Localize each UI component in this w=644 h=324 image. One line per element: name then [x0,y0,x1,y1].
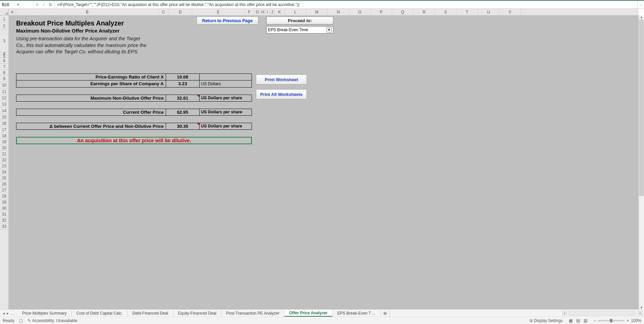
column-header[interactable]: A [9,9,16,15]
tab-more-icon[interactable]: … [11,311,15,316]
row-header[interactable]: 3 [0,30,8,52]
value-pe[interactable]: 10.08 [166,73,200,80]
zoom-slider[interactable] [598,320,625,321]
row-header[interactable]: 28 [0,193,8,199]
sheet-tab[interactable]: Post-Transaction PE Analyzer [221,310,284,317]
row-header[interactable]: 6 [0,58,8,64]
row-header[interactable]: 20 [0,145,8,151]
vertical-scrollbar[interactable]: ▲ ▼ [639,15,644,309]
column-header[interactable]: Q [392,9,414,15]
row-header[interactable]: 27 [0,187,8,193]
sheet-tab[interactable]: Cost of Debt Capital Calc. [72,310,128,317]
print-all-button[interactable]: Print All Worksheets [256,89,307,99]
cells-area[interactable]: Breakout Price Multiples Analyzer Maximu… [9,15,639,309]
row-header[interactable]: 26 [0,181,8,187]
column-header[interactable]: H [261,9,265,15]
row-header[interactable]: 7 [0,64,8,70]
row-header[interactable]: 13 [0,101,8,107]
value-eps[interactable]: 3.23 [166,80,200,88]
scroll-down-icon[interactable]: ▼ [640,306,643,309]
row-header[interactable]: 10 [0,82,8,89]
column-header[interactable]: S [435,9,457,15]
scroll-track[interactable] [569,311,636,316]
formula-expand-icon[interactable]: ⌄ [637,1,644,8]
scroll-left-icon[interactable]: ◂ [562,311,567,316]
return-button[interactable]: Return to Previous Page [197,16,258,24]
row-header[interactable]: 8 [0,70,8,76]
column-header[interactable]: E [192,9,245,15]
row-header[interactable]: 2 [0,23,8,30]
chevron-down-icon[interactable]: ▼ [17,3,32,6]
row-header[interactable]: 29 [0,199,8,205]
column-header[interactable]: N [328,9,349,15]
column-header[interactable]: V [499,9,521,15]
column-header[interactable]: C [159,9,169,15]
zoom-level[interactable]: 100% [631,318,641,323]
row-header[interactable]: 23 [0,163,8,169]
print-worksheet-button[interactable]: Print Worksheet [256,74,307,85]
formula-input[interactable]: =IF(Price_Target="","",IF(D12>D10,"An ac… [54,1,637,8]
row-header[interactable]: 1 [0,15,8,23]
name-box[interactable]: B16 ▼ [0,1,34,8]
row-header[interactable]: 31 [0,211,8,217]
column-header[interactable]: P [371,9,392,15]
row-header[interactable]: 19 [0,139,8,145]
row-header[interactable]: 30 [0,205,8,211]
row-header[interactable]: 5 [0,55,8,58]
view-page-layout-icon[interactable]: ▤ [575,318,581,323]
row-header[interactable]: 18 [0,133,8,139]
accessibility-status[interactable]: ✎Accessibility: Unavailable [28,318,77,323]
zoom-in-icon[interactable]: + [627,318,629,323]
display-settings[interactable]: ⧉Display Settings [530,318,563,323]
row-header[interactable]: 14 [0,107,8,114]
scroll-up-icon[interactable]: ▲ [640,15,643,19]
column-header[interactable]: T [457,9,478,15]
sheet-tab[interactable]: Equity-Financed Deal [173,310,222,317]
row-header[interactable]: 17 [0,127,8,133]
row-header[interactable]: 25 [0,175,8,181]
row-header[interactable]: 16 [0,120,8,127]
sheet-tab[interactable]: Price Multiples Summary [17,310,72,317]
column-header[interactable]: K [275,9,285,15]
horizontal-scrollbar[interactable]: ◂ ▸ [392,311,644,316]
scroll-thumb[interactable] [639,19,644,196]
value-max[interactable]: 32.61 [166,95,200,102]
column-header[interactable]: M [306,9,328,15]
row-header[interactable]: 11 [0,89,8,95]
tab-prev-icon[interactable]: ▸ [7,311,9,316]
fx-icon[interactable]: fx [49,2,52,7]
result-message[interactable]: An acquisition at this offer price will … [16,137,252,144]
proceed-dropdown[interactable]: EPS Break-Even Time ▼ [266,26,333,34]
column-header[interactable]: L [285,9,306,15]
row-header[interactable]: 32 [0,217,8,223]
column-header[interactable]: J [270,9,275,15]
sheet-tab[interactable]: Offer Price Analyzer [284,310,332,317]
cancel-icon[interactable]: ✕ [36,2,39,7]
confirm-icon[interactable]: ✓ [42,2,46,7]
value-current[interactable]: 62.95 [166,109,200,116]
value-delta[interactable]: 30.35 [166,123,200,130]
column-header[interactable]: F [245,9,255,15]
column-header[interactable]: D [169,9,192,15]
row-header[interactable]: 33 [0,223,8,229]
macro-record-icon[interactable]: ▢ [19,318,23,323]
column-header[interactable]: B [16,9,159,15]
row-header[interactable]: 12 [0,95,8,101]
row-header[interactable]: 15 [0,114,8,120]
row-header[interactable]: 9 [0,76,8,82]
row-header[interactable]: 24 [0,169,8,175]
scroll-right-icon[interactable]: ▸ [638,311,643,316]
column-header[interactable]: O [349,9,371,15]
view-page-break-icon[interactable]: ▥ [582,318,589,323]
row-header[interactable]: 22 [0,157,8,163]
column-header[interactable]: G [255,9,261,15]
select-all-corner[interactable] [0,9,9,15]
view-normal-icon[interactable]: ▦ [568,318,574,323]
tab-first-icon[interactable]: ◂ [3,311,5,316]
column-header[interactable]: U [478,9,499,15]
sheet-tab[interactable]: Debt-Financed Deal [128,310,173,317]
sheet-tab[interactable]: EPS Break-Even T ... [332,310,380,317]
add-sheet-button[interactable]: ⊕ [380,311,390,316]
row-header[interactable]: 21 [0,151,8,157]
zoom-out-icon[interactable]: − [593,318,596,323]
